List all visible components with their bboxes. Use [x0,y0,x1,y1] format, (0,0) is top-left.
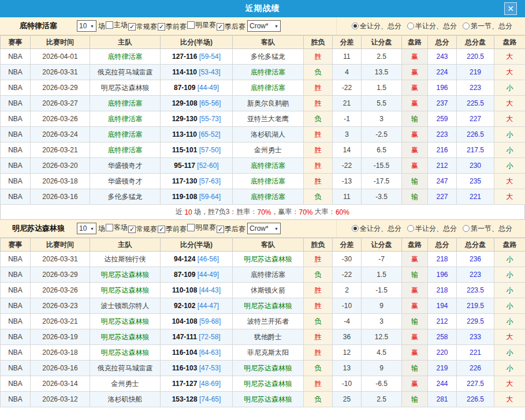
close-button[interactable]: ✕ [504,2,517,15]
total-points-cell: 196 [428,267,457,283]
total-points-cell: 218 [428,252,457,267]
handicap-result-cell: 输 [402,189,428,205]
over-under-cell: 大 [494,376,525,392]
away-team-cell: 明尼苏达森林狼 [233,298,304,314]
score-cell: 92-102 [44-47] [161,298,233,314]
titlebar: 近期战绩 ✕ [0,0,525,17]
away-team-cell: 底特律活塞 [233,80,304,96]
table-row: NBA2026-03-20华盛顿奇才95-117 [52-60]底特律活塞胜-2… [1,158,525,174]
odds-source-select[interactable]: Crow* ▼ [247,223,281,234]
away-team-cell: 犹他爵士 [233,329,304,345]
total-points-cell: 243 [428,49,457,65]
score-cell: 110-108 [44-43] [161,283,233,298]
score-cell: 94-124 [46-56] [161,252,233,267]
final-score: 110-108 [172,286,197,294]
final-score: 94-124 [174,255,195,263]
games-count-select[interactable]: 10 ▼ [77,20,96,32]
score-cell: 129-108 [65-56] [161,96,233,111]
checkbox-unchecked-icon[interactable] [106,21,113,29]
win-loss-cell: 负 [304,65,333,80]
half-score: [59-64] [199,193,221,201]
final-score: 153-128 [172,395,198,403]
filter-controls: 10 ▼ 场 客场✓常规赛✓季前赛明星赛✓季后赛 Crow* ▼ [77,223,281,234]
point-diff-cell: -4 [333,314,362,329]
radio-selected-icon[interactable] [352,225,359,232]
recent-results-window: 近期战绩 ✕ 底特律活塞 10 ▼ 场 主场✓常规赛✓季前赛明星赛✓季后赛 Cr… [0,0,525,407]
radio-unselected-icon[interactable] [407,225,414,232]
point-diff-cell: -22 [333,158,362,174]
half-score: [64-63] [199,348,221,357]
away-team-cell: 金州勇士 [233,142,304,158]
games-unit-label: 场 [98,21,105,31]
radio-label: 全让分、总分 [360,21,401,31]
date-cell: 2026-03-20 [31,158,90,174]
half-score: [57-50] [199,146,221,154]
half-score: [55-73] [199,115,221,123]
close-icon: ✕ [507,5,514,13]
point-diff-cell: -1 [333,111,362,127]
total-line-cell: 236 [457,252,494,267]
final-score: 117-127 [172,380,197,388]
checkbox-checked-icon[interactable]: ✓ [128,226,136,233]
games-count-select[interactable]: 10 ▼ [77,223,96,234]
point-diff-cell: 4 [333,65,362,80]
final-score: 92-102 [174,302,195,310]
checkbox-checked-icon[interactable]: ✓ [158,226,165,233]
date-cell: 2026-03-31 [31,252,90,267]
checkbox-unchecked-icon[interactable] [106,224,113,231]
checkbox-checked-icon[interactable]: ✓ [128,23,136,31]
total-points-cell: 227 [428,189,457,205]
radio-unselected-icon[interactable] [407,22,414,29]
column-header: 分差 [333,36,362,49]
total-points-cell: 259 [428,111,457,127]
odds-source-select[interactable]: Crow* ▼ [247,20,281,32]
checkbox-checked-icon[interactable]: ✓ [217,226,224,233]
point-diff-cell: -10 [333,376,362,392]
final-score: 116-103 [172,364,197,372]
radio-unselected-icon[interactable] [463,225,470,232]
league-cell: NBA [1,80,31,96]
date-cell: 2026-03-21 [31,314,90,329]
total-line-cell: 225.5 [457,96,494,111]
final-score: 87-109 [174,84,195,92]
radio-label: 半让分、总分 [415,224,457,234]
handicap-line-cell: 9 [362,298,402,314]
radio-selected-icon[interactable] [352,22,359,29]
checkbox-label: 季后赛 [225,224,245,234]
over-under-cell: 大 [494,392,525,407]
total-line-cell: 226 [457,361,494,376]
checkbox-unchecked-icon[interactable] [187,21,195,29]
odds-source-value: Crow* [250,224,269,232]
handicap-result-cell: 输 [402,174,428,189]
date-cell: 2026-03-29 [31,267,90,283]
column-header: 客队 [233,238,304,252]
half-score: [48-69] [199,380,221,388]
handicap-line-cell: 13.5 [362,65,402,80]
over-under-cell: 大 [494,49,525,65]
total-points-cell: 218 [428,283,457,298]
handicap-result-cell: 赢 [402,298,428,314]
league-cell: NBA [1,174,31,189]
filter-checkbox-item: 客场 [106,223,128,232]
point-diff-cell: -30 [333,252,362,267]
radio-label: 第一节、总分 [471,21,512,31]
checkbox-checked-icon[interactable]: ✓ [158,23,165,31]
win-loss-cell: 胜 [304,127,333,142]
date-cell: 2026-03-16 [31,189,90,205]
final-score: 117-130 [172,177,197,185]
column-header: 赛事 [1,238,31,252]
radio-label: 半让分、总分 [415,21,457,31]
checkbox-unchecked-icon[interactable] [187,224,195,231]
results-table: 赛事比赛时间主队比分(半场)客队胜负分差让分盘盘路总分总分盘盘路 NBA2026… [0,35,525,205]
half-score: [44-43] [199,286,221,294]
checkbox-group: 主场✓常规赛✓季前赛明星赛✓季后赛 [106,20,246,32]
total-line-cell: 223 [457,80,494,96]
over-under-cell: 小 [494,314,525,329]
handicap-line-cell: -15.5 [362,158,402,174]
home-team-cell: 华盛顿奇才 [90,174,161,189]
radio-unselected-icon[interactable] [463,22,470,29]
point-diff-cell: 12 [333,345,362,361]
home-team-cell: 明尼苏达森林狼 [90,329,161,345]
checkbox-checked-icon[interactable]: ✓ [217,23,224,31]
half-score: [53-43] [199,68,220,76]
